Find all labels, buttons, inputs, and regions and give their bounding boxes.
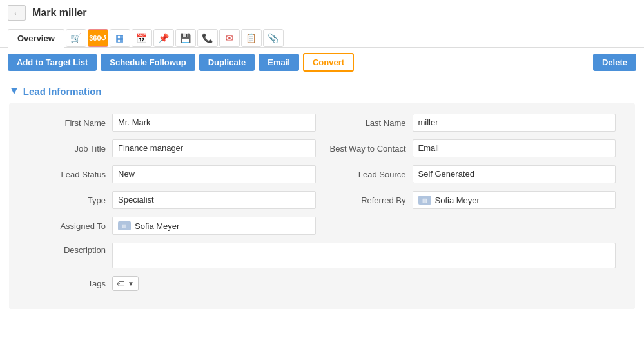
delete-button[interactable]: Delete [593,54,636,71]
referred-by-label: Referred By [329,196,413,205]
back-icon: ← [13,8,21,18]
type-row: Type Specialist [28,191,316,209]
last-name-label: Last Name [329,118,413,128]
tab-overview[interactable]: Overview [8,29,64,48]
lead-status-row: Lead Status New [28,165,316,183]
best-way-row: Best Way to Contact Email [329,139,616,157]
first-name-row: First Name Mr. Mark [28,114,316,132]
last-name-value[interactable]: miller [413,114,616,132]
best-way-label: Best Way to Contact [329,144,413,154]
tags-row: Tags 🏷 ▼ [22,276,622,291]
description-row: Description [22,243,622,268]
page-title: Mark miller [32,7,86,19]
lead-status-value[interactable]: New [112,165,316,183]
form-panel: First Name Mr. Mark Job Title Finance ma… [9,103,635,309]
add-to-target-list-button[interactable]: Add to Target List [8,54,97,71]
form-col-left: First Name Mr. Mark Job Title Finance ma… [22,114,322,243]
back-button[interactable]: ← [8,5,26,21]
action-bar: Add to Target List Schedule Followup Dup… [0,48,644,77]
referred-by-row: Referred By ▤ Sofia Meyer [329,191,616,209]
referred-by-user-icon: ▤ [418,196,431,205]
lead-source-value[interactable]: Self Generated [413,165,616,183]
tab-attach-icon[interactable]: 📎 [263,29,284,47]
schedule-followup-button[interactable]: Schedule Followup [101,54,195,71]
first-name-label: First Name [28,118,112,128]
tab-note-icon[interactable]: 📋 [241,29,262,47]
last-name-row: Last Name miller [329,114,616,132]
tags-label: Tags [28,276,112,288]
job-title-row: Job Title Finance manager [28,139,316,157]
top-bar: ← Mark miller [0,0,644,26]
job-title-label: Job Title [28,144,112,154]
duplicate-button[interactable]: Duplicate [199,54,255,71]
lead-source-label: Lead Source [329,170,413,179]
type-value[interactable]: Specialist [112,191,316,209]
job-title-value[interactable]: Finance manager [112,139,316,157]
form-col-right: Last Name miller Best Way to Contact Ema… [322,114,623,243]
tag-icon: 🏷 [117,279,125,288]
assigned-to-value[interactable]: ▤ Sofia Meyer [112,217,316,235]
lead-source-row: Lead Source Self Generated [329,165,616,183]
assigned-to-label: Assigned To [28,221,112,231]
description-label: Description [28,243,112,255]
email-button[interactable]: Email [259,54,299,71]
tab-pin-icon[interactable]: 📌 [153,29,174,47]
section-title: Lead Information [23,86,102,97]
tab-email-icon[interactable]: ✉ [219,29,240,47]
tab-grid-icon[interactable]: ▦ [110,29,130,47]
lead-status-label: Lead Status [28,170,112,179]
form-grid: First Name Mr. Mark Job Title Finance ma… [22,114,622,299]
assigned-to-row: Assigned To ▤ Sofia Meyer [28,217,316,235]
tab-calendar-icon[interactable]: 📅 [132,29,152,47]
section-toggle-icon[interactable]: ▼ [9,85,19,97]
best-way-value[interactable]: Email [413,139,616,157]
first-name-value[interactable]: Mr. Mark [112,114,316,132]
assigned-to-user-icon: ▤ [118,221,131,230]
convert-button[interactable]: Convert [303,53,354,72]
tab-cart-icon[interactable]: 🛒 [66,29,86,47]
tags-control[interactable]: 🏷 ▼ [112,276,139,291]
tab-360-icon[interactable]: 360↺ [88,29,108,47]
description-value[interactable] [112,243,616,268]
type-label: Type [28,196,112,205]
tabs-bar: Overview 🛒 360↺ ▦ 📅 📌 💾 📞 ✉ 📋 📎 [0,26,644,48]
tab-save-icon[interactable]: 💾 [175,29,196,47]
tab-phone-icon[interactable]: 📞 [197,29,218,47]
referred-by-value[interactable]: ▤ Sofia Meyer [413,191,616,209]
lead-information-section: ▼ Lead Information First Name Mr. Mark J… [9,85,635,309]
section-header: ▼ Lead Information [9,85,635,97]
tags-caret-icon: ▼ [128,280,134,287]
